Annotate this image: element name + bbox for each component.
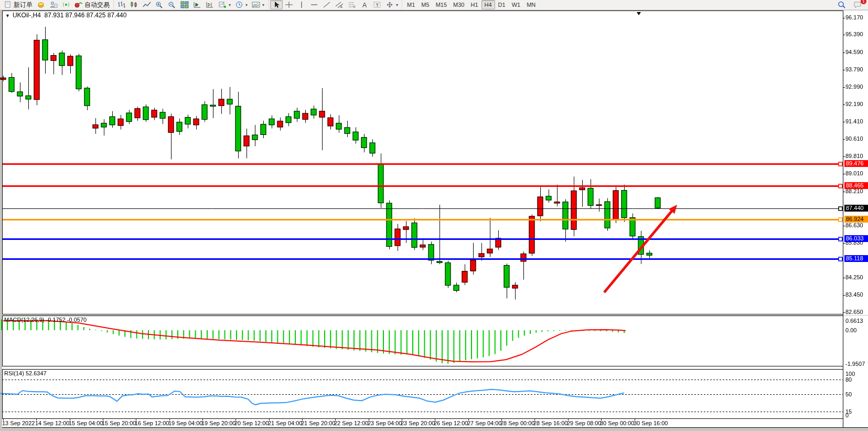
line-chart-button[interactable] (141, 0, 153, 9)
search-icon (838, 1, 846, 8)
time-axis-label: 15 Sep 04:00 (69, 420, 103, 426)
chart-collapse-icon[interactable]: ▼ (5, 13, 10, 18)
chevron-down-icon: ▾ (229, 3, 231, 7)
price-level-badge: 87.440 (844, 205, 868, 212)
timeframe-m5-button[interactable]: M5 (418, 0, 432, 9)
time-axis-label: 15 Sep 20:00 (102, 420, 136, 426)
candles-icon (130, 1, 138, 8)
shapes-icon (385, 1, 394, 8)
time-axis-label: 23 Sep 20:00 (401, 420, 435, 426)
shapes-button[interactable]: ▾ (383, 0, 400, 9)
trendline-button[interactable] (320, 0, 333, 9)
time-axis-label: 30 Sep 00:00 (600, 420, 634, 426)
price-level-badge: 85.118 (844, 255, 868, 262)
price-axis-tick: 84.250 (845, 274, 867, 280)
fibonacci-button[interactable]: F (346, 0, 358, 9)
periods-button[interactable]: ▾ (233, 0, 250, 9)
macd-axis-label: 0.00 (845, 327, 867, 333)
chevron-down-icon: ▾ (396, 3, 398, 7)
chart-window: ▼UKOil-,H4 87.931 87.946 87.425 87.440 9… (0, 10, 868, 431)
chart-title-ohlc: 87.931 87.946 87.425 87.440 (45, 12, 127, 19)
autotrading-button[interactable]: 自动交易 (72, 0, 112, 9)
clock-icon (235, 1, 243, 8)
notifications-icon-button[interactable]: 1 (851, 0, 864, 9)
cursor-button[interactable] (270, 0, 283, 9)
hline-icon (310, 1, 318, 8)
profile-icon-button[interactable] (47, 0, 60, 9)
chart-shift-button[interactable] (203, 0, 216, 9)
svg-text:E: E (340, 5, 342, 8)
autotrade-icon (74, 1, 83, 8)
macd-axis-label: 0.6613 (845, 318, 867, 324)
candles-chart-button[interactable] (128, 0, 141, 9)
time-axis-label: 26 Sep 12:00 (434, 420, 468, 426)
chart-title-symbol: UKOil-,H4 (13, 12, 41, 19)
price-axis-tick: 96.170 (845, 14, 867, 20)
price-axis-tick: 91.410 (845, 118, 867, 124)
rsi-axis-label: 0 (845, 412, 867, 418)
autoscroll-icon (193, 1, 201, 8)
price-axis-tick: 94.590 (845, 49, 867, 55)
textT-icon: T (373, 1, 381, 8)
timeframe-m15-button[interactable]: M15 (433, 0, 450, 9)
toolbar-group-chart: ▾▾▾ (113, 0, 268, 9)
timeframe-m1-button[interactable]: M1 (404, 0, 418, 9)
time-axis-label: 14 Sep 12:00 (35, 420, 69, 426)
zoom-out-button[interactable] (166, 0, 178, 9)
signal-icon (62, 1, 70, 8)
tiles-icon (180, 1, 189, 8)
cursor-icon (272, 1, 281, 8)
bars-chart-button[interactable] (115, 0, 128, 9)
channel-button[interactable]: E (333, 0, 346, 9)
trading-app-window: 新订单自动交易 ▾▾▾ EFAT▾ M1M5M15M30H1H4D1W1MN 1… (0, 0, 868, 431)
timeframe-mn-button[interactable]: MN (523, 0, 539, 9)
vline-icon (297, 1, 306, 8)
chart-title: ▼UKOil-,H4 87.931 87.946 87.425 87.440 (5, 12, 126, 19)
hline-button[interactable] (308, 0, 320, 9)
rsi-axis-label: 80 (845, 376, 867, 383)
price-axis-tick: 92.990 (845, 83, 867, 90)
new-order-button-label: 新订单 (14, 1, 33, 9)
macd-axis-label: -1.9507 (845, 361, 867, 367)
timeframe-m30-button[interactable]: M30 (450, 0, 467, 9)
toolbar-group-timeframes: M1M5M15M30H1H4D1W1MN (402, 0, 540, 9)
autotrading-button-label: 自动交易 (84, 1, 110, 9)
trendline-icon (323, 1, 331, 8)
time-axis-label: 16 Sep 12:00 (135, 420, 169, 426)
price-axis-tick: 83.450 (845, 291, 867, 298)
search-icon-button[interactable] (835, 0, 848, 9)
toolbar-right-icons: 1 (835, 0, 868, 9)
time-axis-label: 13 Sep 2022 (2, 420, 35, 426)
signals-icon-button[interactable] (60, 0, 72, 9)
text-button[interactable]: A (358, 0, 371, 9)
zoomin-icon (155, 1, 164, 8)
indicators-button[interactable]: ▾ (216, 0, 233, 9)
crosshair-button[interactable] (283, 0, 295, 9)
time-axis-label: 20 Sep 12:00 (234, 420, 269, 426)
chart-canvas[interactable] (0, 10, 868, 431)
price-level-badge: 86.033 (844, 235, 868, 242)
toolbar-group-trade: 新订单自动交易 (0, 0, 113, 9)
templates-button[interactable]: ▾ (250, 0, 266, 9)
tile-windows-button[interactable] (178, 0, 191, 9)
zoomout-icon (168, 1, 176, 8)
crosshair-icon (285, 1, 293, 8)
timeframe-d1-button[interactable]: D1 (495, 0, 509, 9)
coins-icon-button[interactable] (35, 0, 47, 9)
label-button[interactable]: T (371, 0, 383, 9)
chevron-down-icon: ▾ (262, 3, 264, 7)
toolbar-group-draw: EFAT▾ (268, 0, 402, 9)
price-level-badge: 88.465 (844, 182, 868, 189)
timeframe-h1-button[interactable]: H1 (467, 0, 481, 9)
rsi-axis-label: 50 (845, 391, 867, 397)
indicator-icon (218, 1, 227, 8)
time-axis-label: 19 Sep 20:00 (201, 420, 235, 426)
timeframe-w1-button[interactable]: W1 (509, 0, 524, 9)
new-order-button[interactable]: 新订单 (2, 0, 35, 9)
timeframe-h4-button[interactable]: H4 (481, 0, 495, 9)
rsi-label: RSI(14) 52.6347 (4, 370, 47, 376)
svg-text:A: A (362, 2, 367, 8)
vline-button[interactable] (295, 0, 308, 9)
zoom-in-button[interactable] (153, 0, 166, 9)
autoscroll-button[interactable] (191, 0, 203, 9)
